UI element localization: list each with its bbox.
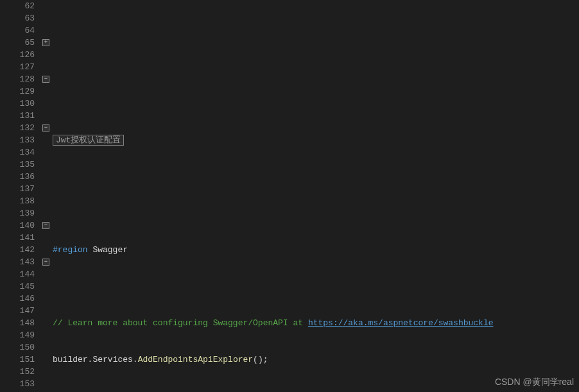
code-content[interactable]: Jwt授权认证配置 #region Swagger // Learn more … <box>53 0 579 392</box>
line-number: 140 <box>0 219 35 232</box>
line-number: 126 <box>0 49 35 61</box>
line-number-gutter: 62 63 64 65 126 127 128 129 130 131 132 … <box>0 0 41 392</box>
line-number: 141 <box>0 232 35 244</box>
watermark: CSDN @黄同学real <box>495 376 574 388</box>
line-number: 147 <box>0 305 35 317</box>
line-number: 143 <box>0 256 35 268</box>
line-number: 148 <box>0 317 35 329</box>
line-number: 128 <box>0 73 35 85</box>
fold-collapse-icon[interactable]: − <box>42 222 49 229</box>
line-number: 144 <box>0 268 35 280</box>
line-number: 132 <box>0 122 35 134</box>
line-number: 152 <box>0 366 35 378</box>
line-number: 139 <box>0 207 35 219</box>
fold-collapse-icon[interactable]: − <box>42 76 49 83</box>
url-link[interactable]: https://aka.ms/aspnetcore/swashbuckle <box>308 318 494 328</box>
fold-collapse-icon[interactable]: − <box>42 259 49 266</box>
code-editor: 62 63 64 65 126 127 128 129 130 131 132 … <box>0 0 579 392</box>
line-number: 133 <box>0 134 35 146</box>
collapsed-region[interactable]: Jwt授权认证配置 <box>53 135 124 146</box>
fold-collapse-icon[interactable]: − <box>42 124 49 132</box>
line-number: 131 <box>0 110 35 122</box>
line-number: 62 <box>0 0 35 12</box>
line-number: 150 <box>0 341 35 354</box>
fold-expand-icon[interactable]: + <box>42 39 49 46</box>
line-number: 137 <box>0 183 35 195</box>
line-number: 64 <box>0 24 35 37</box>
line-number: 65 <box>0 37 35 49</box>
line-number: 149 <box>0 329 35 341</box>
comment: // Learn more about configuring Swagger/… <box>53 318 308 328</box>
line-number: 135 <box>0 158 35 171</box>
line-number: 138 <box>0 195 35 207</box>
line-number: 153 <box>0 378 35 390</box>
line-number: 142 <box>0 244 35 256</box>
region-keyword: #region <box>53 245 88 255</box>
line-number: 136 <box>0 171 35 183</box>
line-number: 63 <box>0 12 35 24</box>
line-number: 151 <box>0 354 35 366</box>
line-number: 145 <box>0 280 35 293</box>
line-number: 134 <box>0 146 35 158</box>
line-number: 146 <box>0 293 35 305</box>
line-number: 130 <box>0 98 35 110</box>
line-number: 129 <box>0 85 35 98</box>
line-number: 127 <box>0 61 35 73</box>
fold-column: + − − − − <box>41 0 53 392</box>
